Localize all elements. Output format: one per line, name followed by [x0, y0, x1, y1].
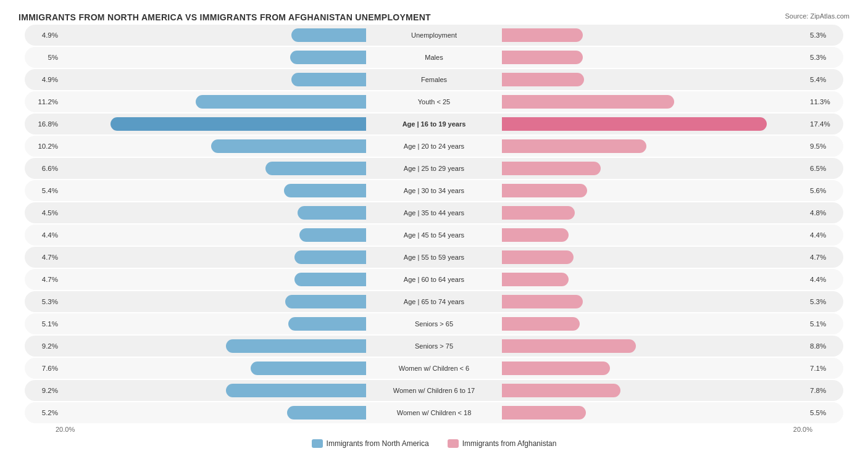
left-value: 4.7%	[25, 276, 62, 283]
chart-container: IMMIGRANTS FROM NORTH AMERICA VS IMMIGRA…	[6, 6, 862, 454]
bar-label: Youth < 25	[366, 98, 502, 105]
right-value: 4.4%	[806, 276, 843, 283]
left-bar-container	[62, 295, 366, 308]
row-inner: 4.7% Age | 55 to 59 years 4.7%	[25, 247, 843, 268]
bars-center: Age | 35 to 44 years	[62, 202, 806, 223]
bars-center: Seniors > 65	[62, 313, 806, 334]
bars-center: Seniors > 75	[62, 336, 806, 357]
bar-pink	[502, 162, 601, 175]
left-bar-container	[62, 406, 366, 419]
right-value: 4.8%	[806, 209, 843, 217]
bar-label: Women w/ Children < 18	[366, 409, 502, 416]
left-value: 4.5%	[25, 209, 62, 217]
left-bar-container	[62, 139, 366, 153]
bar-pink	[502, 362, 610, 375]
left-bar-container	[62, 384, 366, 397]
right-bar-container	[502, 228, 806, 242]
row-inner: 4.7% Age | 60 to 64 years 4.4%	[25, 269, 843, 290]
row-inner: 5.2% Women w/ Children < 18 5.5%	[25, 402, 843, 423]
bar-row: 4.7% Age | 55 to 59 years 4.7%	[25, 247, 843, 268]
bar-row: 4.9% Unemployment 5.3%	[25, 25, 843, 46]
bar-row: 4.4% Age | 45 to 54 years 4.4%	[25, 225, 843, 246]
right-bar-container	[502, 184, 806, 197]
right-value: 4.7%	[806, 254, 843, 261]
bar-blue	[299, 228, 366, 242]
bar-blue	[226, 384, 366, 397]
left-value: 6.6%	[25, 165, 62, 172]
legend-item-pink: Immigrants from Afghanistan	[448, 439, 557, 448]
bar-row: 5.1% Seniors > 65 5.1%	[25, 313, 843, 334]
bar-row: 7.6% Women w/ Children < 6 7.1%	[25, 358, 843, 379]
row-inner: 9.2% Seniors > 75 8.8%	[25, 336, 843, 357]
left-value: 5.3%	[25, 298, 62, 305]
right-value: 5.3%	[806, 31, 843, 39]
bar-row: 4.5% Age | 35 to 44 years 4.8%	[25, 202, 843, 223]
right-bar-container	[502, 95, 806, 109]
bars-center: Age | 65 to 74 years	[62, 291, 806, 312]
bar-label: Males	[366, 54, 502, 61]
row-inner: 5.4% Age | 30 to 34 years 5.6%	[25, 180, 843, 201]
right-bar-container	[502, 117, 806, 131]
bar-label: Age | 16 to 19 years	[366, 120, 502, 128]
chart-legend: Immigrants from North America Immigrants…	[19, 439, 849, 448]
legend-label-pink: Immigrants from Afghanistan	[462, 439, 557, 448]
left-bar-container	[62, 162, 366, 175]
right-value: 5.3%	[806, 298, 843, 305]
bar-label: Women w/ Children < 6	[366, 365, 502, 372]
left-bar-container	[62, 362, 366, 375]
row-inner: 16.8% Age | 16 to 19 years 17.4%	[25, 114, 843, 134]
bar-label: Seniors > 65	[366, 320, 502, 328]
left-value: 7.6%	[25, 365, 62, 372]
bars-center: Youth < 25	[62, 91, 806, 112]
bar-pink	[502, 228, 569, 242]
bar-blue	[287, 406, 366, 419]
bar-pink	[502, 273, 569, 286]
bar-pink	[502, 73, 584, 86]
left-bar-container	[62, 228, 366, 242]
bar-row: 10.2% Age | 20 to 24 years 9.5%	[25, 136, 843, 157]
left-value: 11.2%	[25, 98, 62, 105]
left-bar-container	[62, 339, 366, 353]
right-bar-container	[502, 28, 806, 42]
left-value: 4.9%	[25, 76, 62, 83]
left-value: 10.2%	[25, 143, 62, 150]
row-inner: 4.9% Unemployment 5.3%	[25, 25, 843, 46]
chart-source: Source: ZipAtlas.com	[785, 12, 849, 20]
bar-row: 5.2% Women w/ Children < 18 5.5%	[25, 402, 843, 423]
right-bar-container	[502, 384, 806, 397]
bar-pink	[502, 117, 767, 131]
right-value: 7.1%	[806, 365, 843, 372]
left-value: 4.4%	[25, 231, 62, 239]
bar-pink	[502, 51, 583, 64]
bar-pink	[502, 28, 583, 42]
bar-blue	[226, 339, 366, 353]
bar-row: 5% Males 5.3%	[25, 47, 843, 68]
bar-blue	[291, 28, 366, 42]
legend-label-blue: Immigrants from North America	[327, 439, 429, 448]
bars-center: Age | 30 to 34 years	[62, 180, 806, 201]
axis-left-label: 20.0%	[56, 426, 75, 433]
bar-blue	[294, 273, 366, 286]
row-inner: 5% Males 5.3%	[25, 47, 843, 68]
bar-blue	[196, 95, 366, 109]
legend-swatch-blue	[312, 439, 323, 448]
row-inner: 7.6% Women w/ Children < 6 7.1%	[25, 358, 843, 379]
bar-label: Unemployment	[366, 31, 502, 39]
legend-swatch-pink	[448, 439, 459, 448]
bar-row: 11.2% Youth < 25 11.3%	[25, 91, 843, 112]
bars-center: Age | 20 to 24 years	[62, 136, 806, 157]
left-bar-container	[62, 28, 366, 42]
left-value: 5.4%	[25, 187, 62, 194]
right-bar-container	[502, 250, 806, 264]
bar-label: Age | 20 to 24 years	[366, 143, 502, 150]
row-inner: 4.4% Age | 45 to 54 years 4.4%	[25, 225, 843, 246]
bar-blue	[265, 162, 366, 175]
bars-center: Women w/ Children 6 to 17	[62, 380, 806, 401]
row-inner: 4.9% Females 5.4%	[25, 69, 843, 90]
left-bar-container	[62, 73, 366, 86]
bar-pink	[502, 384, 620, 397]
right-bar-container	[502, 273, 806, 286]
row-inner: 9.2% Women w/ Children 6 to 17 7.8%	[25, 380, 843, 401]
right-bar-container	[502, 162, 806, 175]
bars-center: Males	[62, 47, 806, 68]
